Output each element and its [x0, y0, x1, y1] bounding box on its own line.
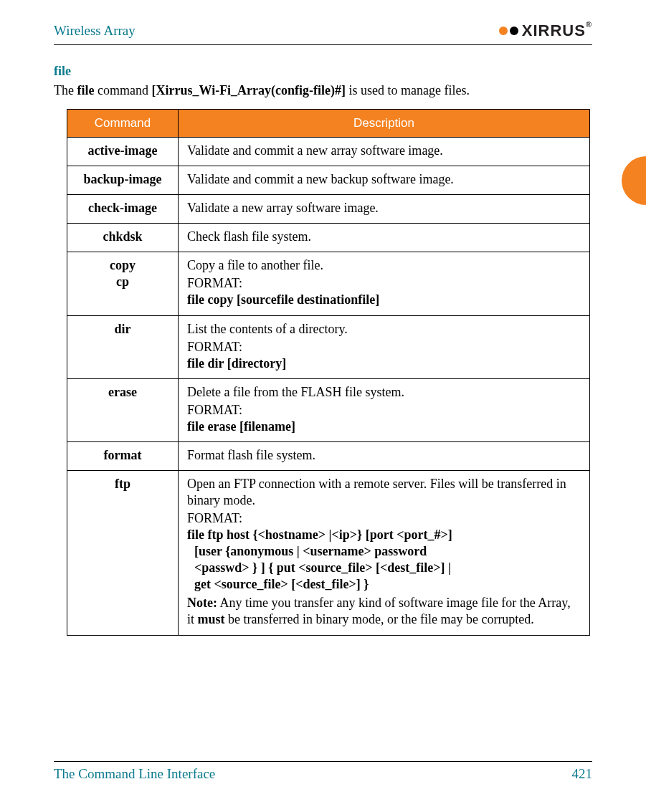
table-row: format Format flash file system.: [67, 441, 590, 470]
th-command: Command: [67, 110, 179, 138]
desc-copy: Copy a file to another file. FORMAT: fil…: [179, 252, 590, 315]
desc-dir: List the contents of a directory. FORMAT…: [179, 315, 590, 378]
copy-desc: Copy a file to another file.: [187, 257, 581, 274]
ftp-syntax-l1: file ftp host {<hostname> |<ip>} [port <…: [187, 527, 452, 542]
table-row: erase Delete a file from the FLASH file …: [67, 378, 590, 441]
th-description: Description: [179, 110, 590, 138]
section-heading: file: [54, 64, 592, 79]
ftp-syntax: file ftp host {<hostname> |<ip>} [port <…: [187, 527, 581, 593]
intro-cmd: file: [77, 83, 94, 97]
table-header-row: Command Description: [67, 110, 590, 138]
desc-active-image: Validate and commit a new array software…: [179, 138, 590, 166]
logo-text-value: XIRRUS: [522, 22, 586, 39]
ftp-syntax-l3: <passwd> } ] { put <source_file> [<dest_…: [187, 560, 581, 576]
intro-pre: The: [54, 83, 77, 97]
cmd-dir: dir: [67, 315, 179, 378]
table-row: copy cp Copy a file to another file. FOR…: [67, 252, 590, 315]
logo: XIRRUS®: [499, 22, 592, 40]
page-header: Wireless Array XIRRUS®: [54, 22, 592, 45]
logo-dot-black-icon: [510, 27, 518, 35]
desc-chkdsk: Check flash file system.: [179, 224, 590, 252]
registered-icon: ®: [586, 20, 592, 29]
ftp-syntax-l2: [user {anonymous | <username> password: [187, 543, 581, 560]
table-row: check-image Validate a new array softwar…: [67, 195, 590, 224]
ftp-note-must: must: [198, 612, 225, 626]
cmd-copy-1: copy: [76, 257, 169, 274]
erase-syntax: file erase [filename]: [187, 419, 581, 435]
dir-format-label: FORMAT:: [187, 339, 581, 355]
ftp-note: Note: Any time you transfer any kind of …: [187, 595, 581, 628]
cmd-backup-image: backup-image: [67, 166, 179, 195]
desc-ftp: Open an FTP connection with a remote ser…: [179, 470, 590, 635]
cmd-active-image: active-image: [67, 138, 179, 166]
ftp-desc: Open an FTP connection with a remote ser…: [187, 476, 581, 509]
footer-left: The Command Line Interface: [54, 766, 215, 782]
copy-format-label: FORMAT:: [187, 275, 581, 292]
logo-text: XIRRUS®: [522, 22, 592, 40]
cmd-copy-2: cp: [76, 274, 169, 290]
erase-desc: Delete a file from the FLASH file system…: [187, 384, 581, 401]
cmd-chkdsk: chkdsk: [67, 224, 179, 252]
header-title: Wireless Array: [54, 23, 136, 39]
intro-prompt: [Xirrus_Wi-Fi_Array(config-file)#]: [151, 83, 346, 97]
table-row: dir List the contents of a directory. FO…: [67, 315, 590, 378]
dir-desc: List the contents of a directory.: [187, 321, 581, 338]
ftp-format-label: FORMAT:: [187, 510, 581, 527]
cmd-ftp: ftp: [67, 470, 179, 635]
erase-format-label: FORMAT:: [187, 402, 581, 419]
footer-page-number: 421: [572, 766, 593, 782]
page-footer: The Command Line Interface 421: [54, 761, 592, 782]
table-row: ftp Open an FTP connection with a remote…: [67, 470, 590, 635]
table-row: chkdsk Check flash file system.: [67, 224, 590, 252]
desc-backup-image: Validate and commit a new backup softwar…: [179, 166, 590, 195]
intro-post: is used to manage files.: [346, 83, 470, 97]
dir-syntax: file dir [directory]: [187, 355, 581, 372]
cmd-format: format: [67, 441, 179, 470]
copy-syntax: file copy [sourcefile destinationfile]: [187, 292, 581, 308]
intro-text: The file command [Xirrus_Wi-Fi_Array(con…: [54, 82, 592, 99]
logo-dot-orange-icon: [499, 27, 508, 35]
intro-mid: command: [94, 83, 151, 97]
desc-erase: Delete a file from the FLASH file system…: [179, 378, 590, 441]
table-row: backup-image Validate and commit a new b…: [67, 166, 590, 195]
command-table: Command Description active-image Validat…: [67, 109, 590, 636]
ftp-note-post: be transferred in binary mode, or the fi…: [225, 612, 534, 626]
cmd-erase: erase: [67, 378, 179, 441]
desc-format: Format flash file system.: [179, 441, 590, 470]
ftp-note-label: Note:: [187, 596, 217, 610]
desc-check-image: Validate a new array software image.: [179, 195, 590, 224]
ftp-syntax-l4: get <source_file> [<dest_file>] }: [187, 576, 581, 593]
cmd-check-image: check-image: [67, 195, 179, 224]
cmd-copy: copy cp: [67, 252, 179, 315]
table-row: active-image Validate and commit a new a…: [67, 138, 590, 166]
